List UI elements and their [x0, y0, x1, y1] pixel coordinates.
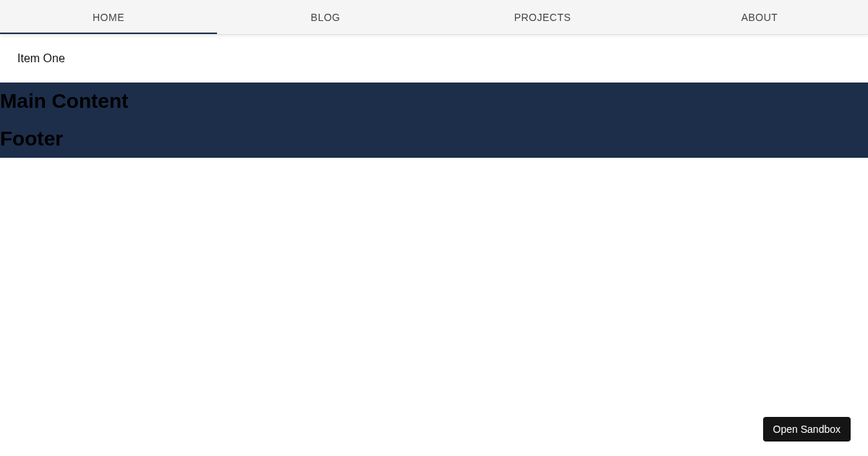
footer-heading: Footer — [0, 120, 868, 158]
tab-label: BLOG — [311, 12, 341, 23]
tab-bar: HOME BLOG PROJECTS ABOUT — [0, 0, 868, 35]
main-content-section: Main Content Footer — [0, 83, 868, 158]
tab-label: HOME — [93, 12, 124, 23]
main-content-heading: Main Content — [0, 83, 868, 120]
tab-projects[interactable]: PROJECTS — [434, 0, 651, 34]
tab-about[interactable]: ABOUT — [651, 0, 868, 34]
tab-panel-text: Item One — [17, 52, 65, 64]
open-sandbox-label: Open Sandbox — [773, 423, 841, 435]
tab-home[interactable]: HOME — [0, 0, 217, 34]
open-sandbox-button[interactable]: Open Sandbox — [763, 417, 851, 442]
tab-label: PROJECTS — [514, 12, 571, 23]
tab-label: ABOUT — [741, 12, 778, 23]
tab-panel-home: Item One — [0, 35, 868, 83]
tab-blog[interactable]: BLOG — [217, 0, 434, 34]
